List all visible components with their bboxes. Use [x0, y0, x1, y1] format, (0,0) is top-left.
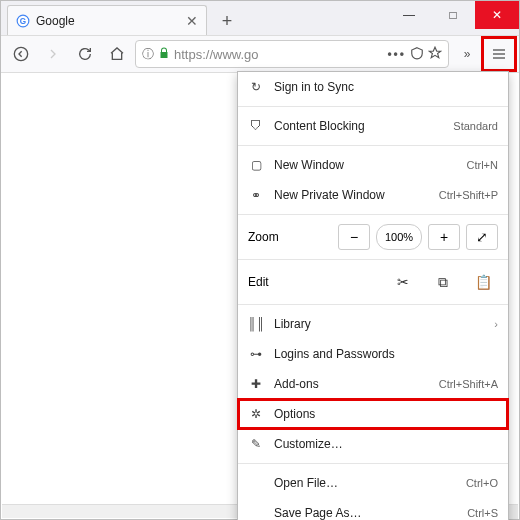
zoom-in-button[interactable]: +	[428, 224, 460, 250]
new-tab-button[interactable]: +	[213, 7, 241, 35]
puzzle-icon: ✚	[248, 377, 264, 391]
gear-icon: ✲	[248, 407, 264, 421]
google-favicon-icon: G	[16, 14, 30, 28]
menu-library[interactable]: ║║ Library ›	[238, 309, 508, 339]
menu-label: Sign in to Sync	[274, 80, 498, 94]
menu-options[interactable]: ✲ Options	[238, 399, 508, 429]
menu-shortcut: Ctrl+Shift+A	[439, 378, 498, 390]
shield-icon: ⛉	[248, 119, 264, 133]
forward-button[interactable]	[39, 40, 67, 68]
tab-google[interactable]: G Google ✕	[7, 5, 207, 35]
copy-button[interactable]: ⧉	[428, 269, 458, 295]
zoom-percent[interactable]: 100%	[376, 224, 422, 250]
menu-shortcut: Ctrl+N	[467, 159, 498, 171]
cut-button[interactable]: ✂	[388, 269, 418, 295]
menu-new-window[interactable]: ▢ New Window Ctrl+N	[238, 150, 508, 180]
window-icon: ▢	[248, 158, 264, 172]
svg-text:G: G	[20, 16, 26, 25]
menu-addons[interactable]: ✚ Add-ons Ctrl+Shift+A	[238, 369, 508, 399]
minimize-button[interactable]: —	[387, 1, 431, 29]
close-window-button[interactable]: ✕	[475, 1, 519, 29]
menu-separator	[238, 214, 508, 215]
overflow-button[interactable]: »	[453, 40, 481, 68]
library-icon: ║║	[248, 317, 264, 331]
menu-new-private-window[interactable]: ⚭ New Private Window Ctrl+Shift+P	[238, 180, 508, 210]
page-actions-icon[interactable]: •••	[387, 47, 406, 61]
back-button[interactable]	[7, 40, 35, 68]
mask-icon: ⚭	[248, 188, 264, 202]
tab-title: Google	[36, 14, 186, 28]
svg-point-2	[14, 47, 27, 60]
paint-icon: ✎	[248, 437, 264, 451]
menu-save-page[interactable]: Save Page As… Ctrl+S	[238, 498, 508, 520]
sync-icon: ↻	[248, 80, 264, 94]
chevron-right-icon: ›	[494, 318, 498, 330]
close-tab-button[interactable]: ✕	[186, 13, 198, 29]
browser-window: — □ ✕ G Google ✕ + ⓘ https://www.go ••• …	[0, 0, 520, 520]
menu-label: New Private Window	[274, 188, 429, 202]
home-button[interactable]	[103, 40, 131, 68]
menu-label: Customize…	[274, 437, 498, 451]
menu-label: Save Page As…	[274, 506, 457, 520]
site-info-icon[interactable]: ⓘ	[142, 46, 154, 63]
menu-label: New Window	[274, 158, 457, 172]
menu-separator	[238, 106, 508, 107]
reload-button[interactable]	[71, 40, 99, 68]
url-text: https://www.go	[174, 47, 383, 62]
window-controls: — □ ✕	[387, 1, 519, 29]
menu-shortcut: Ctrl+Shift+P	[439, 189, 498, 201]
menu-logins[interactable]: ⊶ Logins and Passwords	[238, 339, 508, 369]
pocket-icon[interactable]	[410, 46, 424, 63]
menu-label: Add-ons	[274, 377, 429, 391]
app-menu-button[interactable]	[485, 40, 513, 68]
zoom-label: Zoom	[248, 230, 294, 244]
bookmark-star-icon[interactable]	[428, 46, 442, 63]
menu-separator	[238, 304, 508, 305]
menu-label: Logins and Passwords	[274, 347, 498, 361]
menu-zoom-row: Zoom − 100% + ⤢	[238, 219, 508, 255]
key-icon: ⊶	[248, 347, 264, 361]
lock-icon[interactable]	[158, 47, 170, 62]
zoom-out-button[interactable]: −	[338, 224, 370, 250]
menu-sign-in-sync[interactable]: ↻ Sign in to Sync	[238, 72, 508, 102]
maximize-button[interactable]: □	[431, 1, 475, 29]
edit-label: Edit	[248, 275, 378, 289]
menu-separator	[238, 145, 508, 146]
menu-label: Options	[274, 407, 498, 421]
navigation-toolbar: ⓘ https://www.go ••• »	[1, 35, 519, 73]
paste-button[interactable]: 📋	[468, 269, 498, 295]
app-menu: ↻ Sign in to Sync ⛉ Content Blocking Sta…	[237, 71, 509, 520]
menu-shortcut: Ctrl+O	[466, 477, 498, 489]
menu-separator	[238, 463, 508, 464]
menu-label: Library	[274, 317, 484, 331]
fullscreen-button[interactable]: ⤢	[466, 224, 498, 250]
menu-separator	[238, 259, 508, 260]
menu-label: Open File…	[274, 476, 456, 490]
menu-edit-row: Edit ✂ ⧉ 📋	[238, 264, 508, 300]
address-bar[interactable]: ⓘ https://www.go •••	[135, 40, 449, 68]
menu-label: Content Blocking	[274, 119, 443, 133]
menu-meta: Standard	[453, 120, 498, 132]
menu-shortcut: Ctrl+S	[467, 507, 498, 519]
menu-customize[interactable]: ✎ Customize…	[238, 429, 508, 459]
menu-open-file[interactable]: Open File… Ctrl+O	[238, 468, 508, 498]
menu-content-blocking[interactable]: ⛉ Content Blocking Standard	[238, 111, 508, 141]
